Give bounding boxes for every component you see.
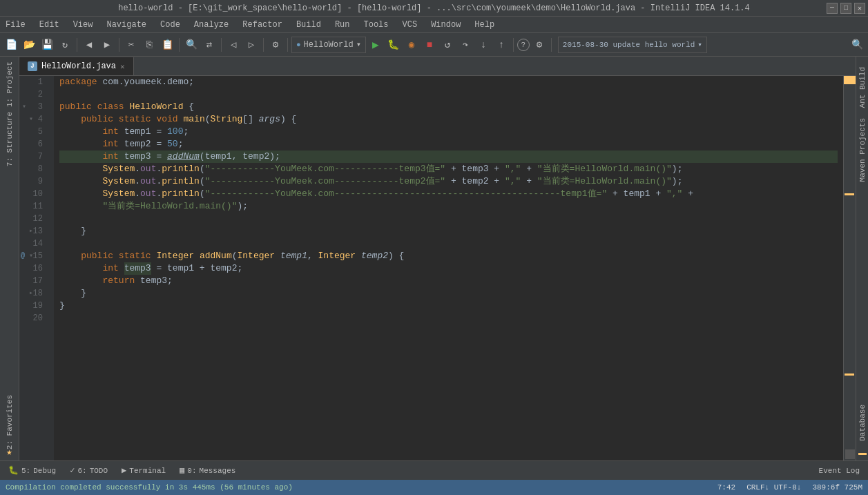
forward-button[interactable]: ▷ [243, 37, 260, 53]
debug-tab[interactable]: 🐛 5: Debug [3, 463, 61, 479]
menu-refactor[interactable]: Refactor [240, 19, 285, 31]
back-button[interactable]: ◁ [225, 37, 242, 53]
menu-run[interactable]: Run [332, 19, 353, 31]
menu-edit[interactable]: Edit [37, 19, 62, 31]
code-line-8: System.out.println("------------YouMeek.… [59, 163, 838, 175]
line-7: 7 [19, 151, 48, 163]
menu-code[interactable]: Code [157, 19, 183, 31]
messages-label: Messages [200, 467, 236, 475]
project-panel-button[interactable]: 1: Project [3, 57, 16, 111]
menu-build[interactable]: Build [293, 19, 324, 31]
code-line-9: System.out.println("------------YouMeek.… [59, 175, 838, 188]
status-right-area: 7:42 CRLF↓ UTF-8↓ 389:6f 725M [717, 483, 862, 492]
reload-button[interactable]: ↺ [439, 37, 456, 53]
code-line-2 [59, 88, 838, 101]
status-message: Compilation completed successfully in 3s… [6, 483, 293, 492]
run-button[interactable]: ▶ [367, 37, 384, 53]
maximize-button[interactable]: □ [840, 3, 851, 14]
close-button[interactable]: ✕ [854, 3, 865, 14]
help-button[interactable]: ? [517, 39, 530, 51]
code-line-18: } [59, 287, 838, 300]
structure-panel-button[interactable]: 7: Structure [3, 108, 16, 171]
messages-tab[interactable]: ▦ 0: Messages [174, 463, 241, 479]
sync-button[interactable]: ↻ [57, 37, 73, 53]
minimize-button[interactable]: ─ [827, 3, 838, 14]
menu-help[interactable]: Help [472, 19, 497, 31]
code-content[interactable]: package com.youmeek.demo; public class H… [54, 76, 843, 460]
ant-build-panel-button[interactable]: Ant Build [857, 64, 868, 110]
new-file-button[interactable]: 📄 [3, 37, 19, 53]
step-over-button[interactable]: ↷ [457, 37, 474, 53]
todo-num: 6: [77, 467, 86, 475]
search-everywhere-button[interactable]: 🔍 [849, 37, 865, 53]
scroll-track[interactable] [844, 84, 856, 448]
code-line-1: package com.youmeek.demo; [59, 76, 838, 88]
debug-label: Debug [33, 467, 56, 475]
status-indicator [858, 453, 867, 455]
line-16: 16 [19, 262, 48, 275]
open-button[interactable]: 📂 [21, 37, 37, 53]
code-line-6: int temp2 = 50; [59, 138, 838, 151]
line-18: 18▸ [19, 287, 48, 300]
line-4: 4▾ [19, 113, 48, 126]
cut-button[interactable]: ✂ [123, 37, 139, 53]
menu-window[interactable]: Window [428, 19, 463, 31]
maven-projects-panel-button[interactable]: Maven Projects [857, 115, 868, 184]
line-19: 19 [19, 300, 48, 312]
redo-button[interactable]: ▶ [99, 37, 115, 53]
code-line-4: public static void main(String[] args) { [59, 113, 838, 126]
build-button[interactable]: ⚙ [267, 37, 284, 53]
messages-icon: ▦ [180, 465, 184, 476]
copy-button[interactable]: ⎘ [141, 37, 157, 53]
undo-button[interactable]: ◀ [81, 37, 97, 53]
code-line-13: } [59, 225, 838, 237]
code-line-10: System.out.println("------------YouMeek.… [59, 188, 838, 200]
code-line-3: public class HelloWorld { [59, 101, 838, 113]
stop-button[interactable]: ■ [421, 37, 438, 53]
code-line-5: int temp1 = 100; [59, 126, 838, 138]
debug-button[interactable]: 🐛 [385, 37, 402, 53]
vcs-commit-area[interactable]: 2015-08-30 update hello world ▾ [558, 37, 707, 53]
line-14: 14 [19, 237, 48, 250]
code-editor[interactable]: 1 2 3▾ 4▾ 5 6 7 8 9 10 11 12 13▸ 14 15@▾… [19, 76, 856, 460]
debug-icon: 🐛 [8, 465, 19, 476]
code-line-14 [59, 237, 838, 250]
tab-helloworld[interactable]: J HelloWorld.java ✕ [19, 57, 134, 75]
step-into-button[interactable]: ↓ [475, 37, 492, 53]
sep4 [221, 38, 222, 52]
run-config-arrow: ▾ [356, 39, 361, 50]
menu-analyze[interactable]: Analyze [191, 19, 231, 31]
terminal-tab[interactable]: ▶ Terminal [116, 463, 171, 479]
scroll-thumb[interactable] [845, 449, 855, 459]
event-log-tab[interactable]: Event Log [813, 463, 865, 479]
favorites-panel-button[interactable]: 2: Favorites [3, 391, 16, 454]
paste-button[interactable]: 📋 [159, 37, 175, 53]
line-9: 9 [19, 175, 48, 188]
menu-vcs[interactable]: VCS [400, 19, 421, 31]
commit-arrow: ▾ [697, 40, 702, 49]
sep5 [263, 38, 264, 52]
save-button[interactable]: 💾 [39, 37, 55, 53]
run-config-dropdown[interactable]: ● HelloWorld ▾ [291, 37, 366, 53]
database-panel-button[interactable]: Database [857, 402, 868, 444]
replace-button[interactable]: ⇄ [201, 37, 218, 53]
step-out-button[interactable]: ↑ [493, 37, 510, 53]
line-2: 2 [19, 88, 48, 101]
menu-navigate[interactable]: Navigate [104, 19, 149, 31]
coverage-button[interactable]: ◉ [403, 37, 420, 53]
todo-tab[interactable]: ✓ 6: TODO [64, 463, 113, 479]
line-5: 5 [19, 126, 48, 138]
menu-bar: File Edit View Navigate Code Analyze Ref… [0, 17, 868, 33]
settings-button[interactable]: ⚙ [531, 37, 548, 53]
code-line-19: } [59, 300, 838, 312]
error-indicator-top [844, 76, 856, 84]
editor-scrollbar[interactable] [843, 76, 856, 460]
sep6 [287, 38, 288, 52]
line-1: 1 [19, 76, 48, 88]
menu-view[interactable]: View [70, 19, 96, 31]
menu-tools[interactable]: Tools [361, 19, 392, 31]
menu-file[interactable]: File [3, 19, 28, 31]
find-button[interactable]: 🔍 [183, 37, 200, 53]
tab-close-button[interactable]: ✕ [120, 62, 125, 71]
toolbar: 📄 📂 💾 ↻ ◀ ▶ ✂ ⎘ 📋 🔍 ⇄ ◁ ▷ ⚙ ● HelloWorld… [0, 33, 868, 57]
